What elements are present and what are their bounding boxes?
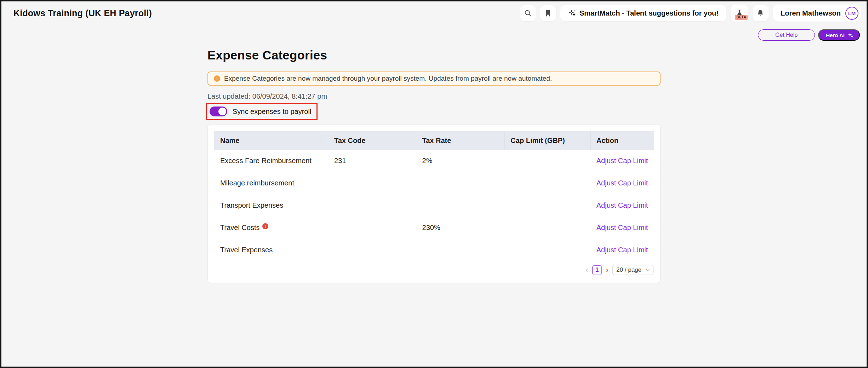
hero-ai-button[interactable]: Hero AI xyxy=(818,29,860,41)
notifications-button[interactable] xyxy=(753,5,769,21)
hero-ai-label: Hero AI xyxy=(826,32,845,38)
table-row: Mileage reimbursement Adjust Cap Limit xyxy=(214,172,654,194)
adjust-cap-limit-link[interactable]: Adjust Cap Limit xyxy=(596,157,648,165)
app-title: Kidows Training (UK EH Payroll) xyxy=(13,8,152,18)
banner-text: Expense Categories are now managed throu… xyxy=(224,75,552,82)
company-switcher-button[interactable] xyxy=(540,5,556,21)
cell-tax-code xyxy=(328,172,416,194)
cell-tax-code xyxy=(328,217,416,239)
expense-categories-card: Name Tax Code Tax Rate Cap Limit (GBP) A… xyxy=(207,124,661,283)
column-header-tax-code: Tax Code xyxy=(328,131,416,150)
pagination: ‹ 1 › 20 / page xyxy=(214,265,654,275)
building-icon xyxy=(544,9,552,17)
main-content: Expense Categories ! Expense Categories … xyxy=(207,48,661,283)
page-number-button[interactable]: 1 xyxy=(592,265,602,275)
annotation-highlight-box: Sync expenses to payroll xyxy=(206,103,318,120)
user-menu[interactable]: Loren Mathewson LM xyxy=(773,5,861,22)
adjust-cap-limit-link[interactable]: Adjust Cap Limit xyxy=(596,179,648,187)
smartmatch-label: SmartMatch - Talent suggestions for you! xyxy=(579,9,719,17)
adjust-cap-limit-link[interactable]: Adjust Cap Limit xyxy=(596,246,648,254)
cell-tax-code xyxy=(328,239,416,261)
search-icon xyxy=(524,9,532,17)
top-bar: Kidows Training (UK EH Payroll) SmartMat… xyxy=(1,1,867,25)
adjust-cap-limit-link[interactable]: Adjust Cap Limit xyxy=(596,224,648,232)
next-page-button[interactable]: › xyxy=(606,266,609,274)
row-warning-icon: ! xyxy=(262,223,268,229)
cell-cap-limit xyxy=(504,239,590,261)
adjust-cap-limit-link[interactable]: Adjust Cap Limit xyxy=(596,201,648,209)
previous-page-button[interactable]: ‹ xyxy=(586,266,588,274)
user-name: Loren Mathewson xyxy=(781,9,841,17)
cell-name: Mileage reimbursement xyxy=(214,172,328,194)
column-header-action: Action xyxy=(590,131,654,150)
secondary-actions: Get Help Hero AI xyxy=(1,29,867,41)
table-row: Excess Fare Reimbursement 231 2% Adjust … xyxy=(214,150,654,172)
get-help-button[interactable]: Get Help xyxy=(758,29,815,41)
cell-tax-rate: 2% xyxy=(416,150,505,172)
cell-name: Travel Costs xyxy=(220,224,260,232)
cell-tax-rate: 230% xyxy=(416,217,505,239)
cell-cap-limit xyxy=(504,172,590,194)
topbar-actions: SmartMatch - Talent suggestions for you!… xyxy=(520,5,861,22)
cell-name: Excess Fare Reimbursement xyxy=(214,150,328,172)
beta-badge: BETA xyxy=(735,15,748,20)
chevron-down-icon xyxy=(646,269,650,271)
cell-tax-code xyxy=(328,194,416,217)
table-row: Transport Expenses Adjust Cap Limit xyxy=(214,194,654,217)
column-header-cap-limit: Cap Limit (GBP) xyxy=(504,131,590,150)
column-header-name: Name xyxy=(214,131,328,150)
info-banner: ! Expense Categories are now managed thr… xyxy=(207,71,661,86)
cell-cap-limit xyxy=(504,217,590,239)
hero-ai-sparkle-icon xyxy=(847,32,853,38)
last-updated-text: Last updated: 06/09/2024, 8:41:27 pm xyxy=(207,92,661,100)
sparkle-icon xyxy=(568,9,576,17)
cell-name: Travel Expenses xyxy=(214,239,328,261)
cell-name: Transport Expenses xyxy=(214,194,328,217)
table-row: Travel Expenses Adjust Cap Limit xyxy=(214,239,654,261)
banner-warning-icon: ! xyxy=(214,75,220,82)
cell-tax-rate xyxy=(416,239,505,261)
page-title: Expense Categories xyxy=(207,48,661,62)
table-row: Travel Costs ! 230% Adjust Cap Limit xyxy=(214,217,654,239)
table-header-row: Name Tax Code Tax Rate Cap Limit (GBP) A… xyxy=(214,131,654,150)
cell-cap-limit xyxy=(504,150,590,172)
bell-icon xyxy=(756,9,764,17)
cell-cap-limit xyxy=(504,194,590,217)
cell-tax-code: 231 xyxy=(328,150,416,172)
avatar: LM xyxy=(845,7,858,20)
cell-tax-rate xyxy=(416,194,505,217)
sync-toggle-label: Sync expenses to payroll xyxy=(233,108,311,116)
toggle-knob xyxy=(218,108,226,115)
cell-tax-rate xyxy=(416,172,505,194)
app-window: Kidows Training (UK EH Payroll) SmartMat… xyxy=(0,0,868,368)
beta-labs-button[interactable]: BETA xyxy=(731,5,748,22)
column-header-tax-rate: Tax Rate xyxy=(416,131,505,150)
search-button[interactable] xyxy=(520,5,536,21)
page-size-value: 20 / page xyxy=(616,266,641,274)
smartmatch-button[interactable]: SmartMatch - Talent suggestions for you! xyxy=(560,5,726,21)
page-size-select[interactable]: 20 / page xyxy=(612,265,653,275)
sync-expenses-toggle[interactable] xyxy=(210,107,227,116)
